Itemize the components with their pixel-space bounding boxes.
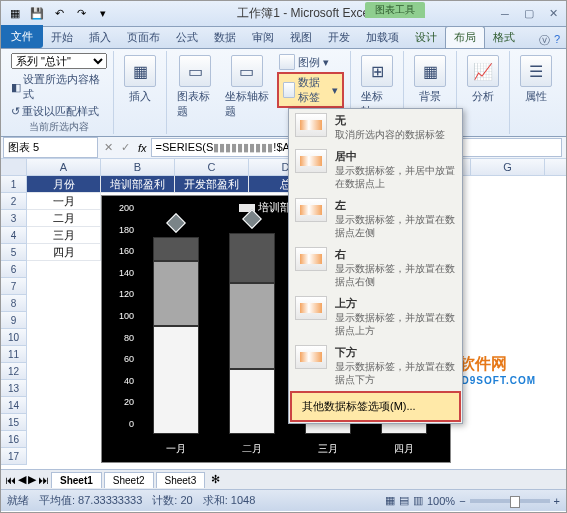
sheet-tab-1[interactable]: Sheet1 [51,472,102,488]
axis-titles-button[interactable]: ▭坐标轴标题 [221,53,273,121]
redo-icon[interactable]: ↷ [71,4,91,24]
contextual-tab-label: 图表工具 [365,2,425,18]
insert-button[interactable]: ▦插入 [120,53,160,106]
analysis-button[interactable]: 📈分析 [463,53,503,106]
maximize-icon[interactable]: ▢ [520,5,538,23]
more-data-label-options[interactable]: 其他数据标签选项(M)... [290,391,461,422]
name-box[interactable]: 图表 5 [3,137,98,158]
sheet-tab-3[interactable]: Sheet3 [156,472,206,488]
tab-layout[interactable]: 布局 [445,26,485,48]
qat-customize-icon[interactable]: ▾ [93,4,113,24]
format-icon: ◧ [11,81,21,94]
new-sheet-icon[interactable]: ✻ [207,473,224,486]
reset-icon: ↺ [11,105,20,118]
dropdown-item[interactable]: 下方显示数据标签，并放置在数据点下方 [289,341,462,390]
picture-icon: ▦ [124,55,156,87]
data-labels-icon [283,82,295,98]
group-insert: ▦插入 [114,51,167,134]
tab-nav-last-icon[interactable]: ⏭ [38,474,49,486]
worksheet-area: ABCDEFGH 1234567891011121314151617 月份培训部… [1,159,566,469]
label-position-icon [295,296,327,320]
label-position-icon [295,113,327,137]
tab-nav-first-icon[interactable]: ⏮ [5,474,16,486]
tab-file[interactable]: 文件 [1,25,43,48]
tab-addins[interactable]: 加载项 [358,27,407,48]
label-position-icon [295,198,327,222]
tab-pagelayout[interactable]: 页面布 [119,27,168,48]
enter-formula-icon[interactable]: ✓ [117,141,134,154]
chart-x-axis: 一月二月三月四月 [138,442,442,456]
undo-icon[interactable]: ↶ [49,4,69,24]
status-bar: 就绪 平均值: 87.33333333 计数: 20 求和: 1048 ▦ ▤ … [1,489,566,511]
background-button[interactable]: ▦背景 [410,53,450,106]
select-all-corner[interactable] [1,159,27,176]
title-bar: ▦ 💾 ↶ ↷ ▾ 工作簿1 - Microsoft Excel 图表工具 ─ … [1,1,566,27]
status-sum: 求和: 1048 [203,493,256,508]
axis-title-icon: ▭ [231,55,263,87]
dropdown-item[interactable]: 上方显示数据标签，并放置在数据点上方 [289,292,462,341]
formula-bar-row: 图表 5 ✕ ✓ fx =SERIES(S▮▮▮▮▮▮▮▮▮▮!$A$5, [1,137,566,159]
data-labels-button[interactable]: 数据标签▾ [277,72,344,108]
group-properties: ☰属性 [510,51,562,134]
row-headers[interactable]: 1234567891011121314151617 [1,176,27,465]
tab-format[interactable]: 格式 [485,27,523,48]
zoom-slider[interactable] [470,499,550,503]
dropdown-item[interactable]: 左显示数据标签，并放置在数据点左侧 [289,194,462,243]
status-ready: 就绪 [7,493,29,508]
tab-formulas[interactable]: 公式 [168,27,206,48]
zoom-out-icon[interactable]: − [459,495,465,507]
ribbon-minimize-icon[interactable]: ⓥ [539,33,550,48]
chart-title-icon: ▭ [179,55,211,87]
tab-view[interactable]: 视图 [282,27,320,48]
status-count: 计数: 20 [152,493,192,508]
sheet-tab-2[interactable]: Sheet2 [104,472,154,488]
label-position-icon [295,149,327,173]
cancel-formula-icon[interactable]: ✕ [100,141,117,154]
help-icon[interactable]: ? [554,33,560,48]
save-icon[interactable]: 💾 [27,4,47,24]
tab-home[interactable]: 开始 [43,27,81,48]
ribbon: 系列 "总计" ◧设置所选内容格式 ↺重设以匹配样式 当前所选内容 ▦插入 ▭图… [1,49,566,137]
view-pagebreak-icon[interactable]: ▥ [413,494,423,507]
ribbon-tabs: 文件 开始 插入 页面布 公式 数据 审阅 视图 开发 加载项 设计 布局 格式… [1,27,566,49]
status-avg: 平均值: 87.33333333 [39,493,142,508]
chart-element-selector[interactable]: 系列 "总计" [11,53,107,69]
excel-icon[interactable]: ▦ [5,4,25,24]
tab-data[interactable]: 数据 [206,27,244,48]
legend-button[interactable]: 图例▾ [277,53,344,71]
chart-y-axis: 020406080100120140160180200 [108,218,136,434]
tab-dev[interactable]: 开发 [320,27,358,48]
zoom-in-icon[interactable]: + [554,495,560,507]
properties-icon: ☰ [520,55,552,87]
group-analysis: 📈分析 [457,51,510,134]
tab-nav-next-icon[interactable]: ▶ [28,473,36,486]
properties-button[interactable]: ☰属性 [516,53,556,106]
analysis-icon: 📈 [467,55,499,87]
dropdown-item[interactable]: 居中显示数据标签，并居中放置在数据点上 [289,145,462,194]
label-position-icon [295,345,327,369]
tab-review[interactable]: 审阅 [244,27,282,48]
label-position-icon [295,247,327,271]
minimize-icon[interactable]: ─ [496,5,514,23]
close-icon[interactable]: ✕ [544,5,562,23]
tab-insert[interactable]: 插入 [81,27,119,48]
format-selection-button[interactable]: ◧设置所选内容格式 [11,71,107,103]
tab-design[interactable]: 设计 [407,27,445,48]
dropdown-item[interactable]: 无取消所选内容的数据标签 [289,109,462,145]
fx-icon[interactable]: fx [134,142,151,154]
view-layout-icon[interactable]: ▤ [399,494,409,507]
axes-icon: ⊞ [361,55,393,87]
reset-style-button[interactable]: ↺重设以匹配样式 [11,103,107,120]
zoom-level[interactable]: 100% [427,495,455,507]
quick-access-toolbar: ▦ 💾 ↶ ↷ ▾ [5,4,113,24]
window-title: 工作簿1 - Microsoft Excel [113,5,496,22]
view-normal-icon[interactable]: ▦ [385,494,395,507]
tab-nav-prev-icon[interactable]: ◀ [18,473,26,486]
legend-icon [279,54,295,70]
data-labels-dropdown: 无取消所选内容的数据标签居中显示数据标签，并居中放置在数据点上左显示数据标签，并… [288,108,463,424]
group-current-selection: 系列 "总计" ◧设置所选内容格式 ↺重设以匹配样式 当前所选内容 [5,51,114,134]
dropdown-item[interactable]: 右显示数据标签，并放置在数据点右侧 [289,243,462,292]
sheet-tabs: ⏮ ◀ ▶ ⏭ Sheet1 Sheet2 Sheet3 ✻ [1,469,566,489]
background-icon: ▦ [414,55,446,87]
chart-title-button[interactable]: ▭图表标题 [173,53,216,121]
